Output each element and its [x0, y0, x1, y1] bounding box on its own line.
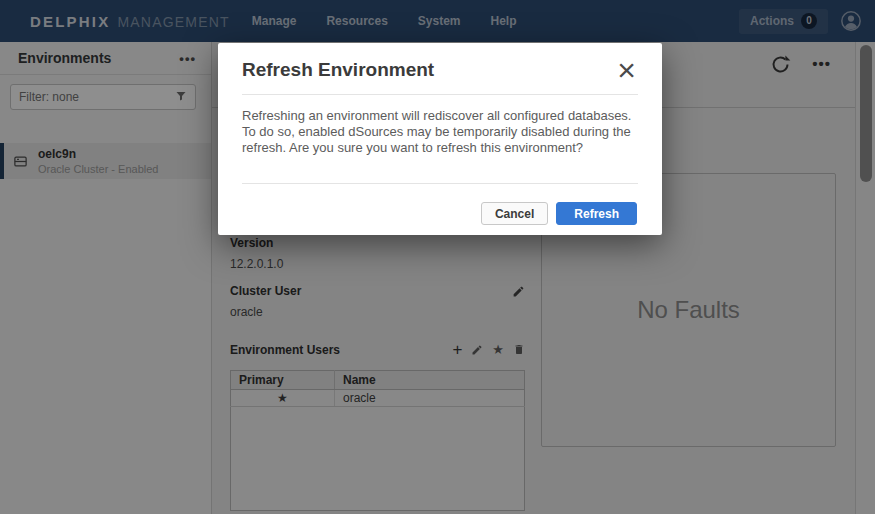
dialog-body: Refreshing an environment will rediscove… [242, 95, 638, 184]
dialog-message: Refreshing an environment will rediscove… [242, 108, 638, 156]
close-icon[interactable]: × [615, 59, 638, 81]
refresh-button[interactable]: Refresh [556, 202, 637, 225]
dialog-title: Refresh Environment [242, 59, 434, 81]
cancel-button[interactable]: Cancel [481, 202, 548, 225]
refresh-environment-dialog: Refresh Environment × Refreshing an envi… [218, 43, 662, 235]
dialog-footer: Cancel Refresh [218, 184, 662, 235]
dialog-header: Refresh Environment × [242, 43, 638, 95]
